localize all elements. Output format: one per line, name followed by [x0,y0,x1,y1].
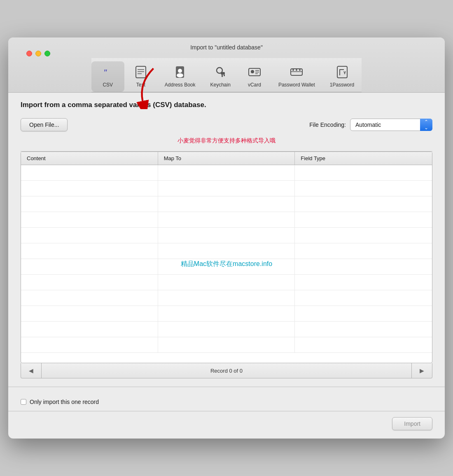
svg-rect-22 [337,66,347,78]
table-row [21,259,432,275]
svg-rect-10 [222,75,223,77]
table-row [21,290,432,306]
svg-rect-11 [224,75,225,76]
import-footer: Import [8,417,445,439]
checkbox-row: Only import this one record [21,399,99,405]
svg-point-7 [177,73,183,77]
traffic-lights [26,51,50,56]
file-row: Open File... File Encoding: Automatic UT… [21,118,432,131]
toolbar-item-keychain[interactable]: Keychain [203,61,238,92]
svg-rect-1 [136,66,146,78]
toolbar-item-vcard[interactable]: vCard [238,61,271,92]
svg-rect-9 [221,72,225,75]
encoding-select[interactable]: Automatic UTF-8 UTF-16 ASCII ISO Latin 1 [350,119,432,131]
table-row [21,212,432,228]
1password-label: 1Password [330,82,354,88]
bottom-separator [8,387,445,387]
window-title: Import to "untitled database" [190,42,263,55]
svg-point-21 [299,69,301,71]
import-description: Import from a comma separated values (CS… [21,101,432,109]
toolbar: " CSV Text [91,58,362,92]
password-wallet-icon [288,64,305,80]
keychain-icon [212,64,229,80]
table-row [21,337,432,353]
table-row [21,322,432,337]
col-header-content: Content [21,152,158,165]
svg-point-20 [296,69,297,71]
1password-icon [334,64,350,80]
col-header-fieldtype: Field Type [295,152,432,165]
svg-point-19 [292,69,294,71]
maximize-button[interactable] [44,51,50,56]
table-row [21,181,432,196]
vcard-icon [246,64,263,80]
toolbar-item-csv[interactable]: " CSV [91,61,124,92]
toolbar-item-text[interactable]: Text [124,61,157,92]
table-row [21,306,432,322]
table-row [21,165,432,181]
text-label: Text [136,82,145,88]
encoding-select-wrapper: Automatic UTF-8 UTF-16 ASCII ISO Latin 1… [350,119,432,131]
table-body: 精品Mac软件尽在macstore.info [21,165,432,363]
toolbar-item-1password[interactable]: 1Password [322,61,362,92]
checkbox-label: Only import this one record [30,399,99,405]
encoding-row: File Encoding: Automatic UTF-8 UTF-16 AS… [309,119,432,131]
password-wallet-label: Password Wallet [278,82,315,88]
keychain-label: Keychain [210,82,231,88]
bottom-area: Only import this one record [8,393,445,411]
header-section: Import from a comma separated values (CS… [21,101,432,109]
col-header-mapto: Map To [158,152,295,165]
svg-text:": " [103,68,107,77]
csv-icon: " [100,64,116,80]
address-book-label: Address Book [165,82,196,88]
svg-point-6 [178,69,182,73]
pagination-bar: ◀ Record 0 of 0 ▶ [21,363,432,378]
main-window: Import to "untitled database" " CSV [8,37,445,439]
close-button[interactable] [26,51,32,56]
annotation-text: 小麦觉得非常方便支持多种格式导入哦 [21,135,432,146]
table-row [21,228,432,243]
next-page-button[interactable]: ▶ [411,363,432,378]
address-book-icon [172,64,188,80]
title-bar-top: Import to "untitled database" [15,42,438,58]
text-icon [133,64,149,80]
table-header: Content Map To Field Type [21,152,432,165]
import-footer-separator [8,411,445,411]
csv-label: CSV [103,82,113,88]
vcard-label: vCard [248,82,261,88]
import-button: Import [392,417,432,430]
encoding-label: File Encoding: [309,121,346,128]
record-info: Record 0 of 0 [42,368,411,374]
main-content: Import from a comma separated values (CS… [8,93,445,387]
open-file-button[interactable]: Open File... [21,118,68,131]
table-row [21,243,432,259]
minimize-button[interactable] [35,51,41,56]
toolbar-item-address-book[interactable]: Address Book [157,61,203,92]
title-bar: Import to "untitled database" " CSV [8,37,445,93]
table-row [21,275,432,290]
table-row [21,196,432,212]
toolbar-item-password-wallet[interactable]: Password Wallet [271,61,322,92]
prev-page-button[interactable]: ◀ [21,363,42,378]
data-table: Content Map To Field Type 精品Mac软件尽在macst… [21,152,432,363]
only-import-checkbox[interactable] [21,399,26,405]
svg-point-13 [251,70,254,73]
